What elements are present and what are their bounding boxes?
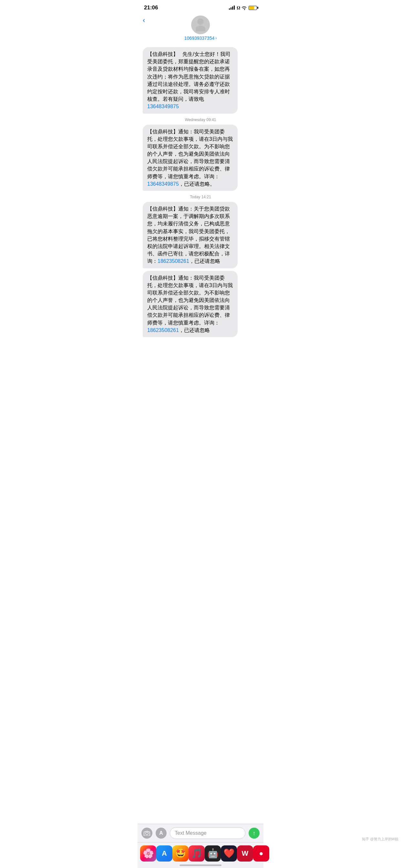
status-time: 21:06 bbox=[144, 4, 158, 11]
message-bubble: 【信鼎科技】 先生/女士您好！我司受美团委托，郑重提醒您的还款承诺录音及贷款材料… bbox=[143, 47, 238, 114]
message-bubble: 【信鼎科技】通知：我司受美团委托，处理您欠款事项，请在3日内与我司联系并偿还全部… bbox=[143, 125, 238, 191]
message-row: 【信鼎科技】通知：我司受美团委托，处理您欠款事项，请在3日内与我司联系并偿还全部… bbox=[143, 125, 258, 191]
chevron-right-icon: › bbox=[215, 36, 217, 40]
message-row: 【信鼎科技】通知：关于您美团贷款恶意逾期一案，于调解期内多次联系您，均未履行清偿… bbox=[143, 202, 258, 268]
messages-area: 【信鼎科技】 先生/女士您好！我司受美团委托，郑重提醒您的还款承诺录音及贷款材料… bbox=[137, 44, 264, 395]
message-row: 【信鼎科技】通知：我司受美团委托，处理您欠款事项，请在3日内与我司联系并偿还全部… bbox=[143, 271, 258, 337]
wifi-icon: 𝛀 bbox=[237, 5, 247, 11]
phone-link[interactable]: 18623508261 bbox=[158, 258, 189, 264]
phone-link[interactable]: 18623508261 bbox=[147, 328, 179, 333]
contact-info[interactable]: 106939337354 › bbox=[184, 35, 217, 41]
avatar bbox=[191, 16, 210, 34]
status-bar: 21:06 𝛀 bbox=[137, 0, 264, 13]
message-row: 【信鼎科技】 先生/女士您好！我司受美团委托，郑重提醒您的还款承诺录音及贷款材料… bbox=[143, 47, 258, 114]
signal-icon bbox=[229, 6, 235, 10]
battery-icon bbox=[249, 6, 257, 10]
message-bubble: 【信鼎科技】通知：关于您美团贷款恶意逾期一案，于调解期内多次联系您，均未履行清偿… bbox=[143, 202, 238, 268]
status-icons: 𝛀 bbox=[229, 5, 257, 11]
phone-link[interactable]: 13648349875 bbox=[147, 104, 179, 109]
phone-link[interactable]: 13648349875 bbox=[147, 181, 179, 187]
timestamp: Today 14:21 bbox=[143, 195, 258, 199]
back-button[interactable]: ‹ bbox=[143, 16, 145, 25]
contact-number: 106939337354 bbox=[184, 35, 214, 41]
message-header: ‹ 106939337354 › bbox=[137, 13, 264, 44]
timestamp: Wednesday 09:41 bbox=[143, 118, 258, 122]
message-bubble: 【信鼎科技】通知：我司受美团委托，处理您欠款事项，请在3日内与我司联系并偿还全部… bbox=[143, 271, 238, 337]
